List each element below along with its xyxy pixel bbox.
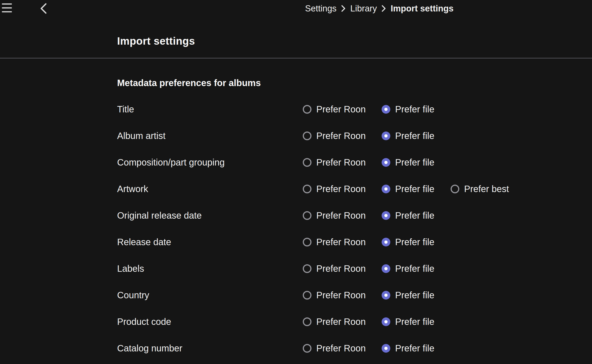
option-label[interactable]: Prefer Roon: [316, 290, 366, 300]
setting-label: Artwork: [117, 184, 148, 194]
setting-label: Title: [117, 104, 134, 114]
setting-row-artwork: ArtworkPrefer RoonPrefer filePrefer best: [0, 176, 592, 202]
section-heading: Metadata preferences for albums: [117, 78, 261, 88]
radio-prefer-roon[interactable]: [303, 317, 312, 326]
chevron-right-icon: [341, 5, 346, 12]
setting-row-product-code: Product codePrefer RoonPrefer file: [0, 308, 592, 335]
option-prefer-roon[interactable]: Prefer Roon: [303, 184, 366, 194]
option-label[interactable]: Prefer Roon: [316, 210, 366, 221]
setting-label: Catalog number: [117, 343, 182, 353]
option-label[interactable]: Prefer file: [395, 104, 434, 114]
radio-prefer-roon[interactable]: [303, 158, 312, 167]
breadcrumb: Settings Library Import settings: [305, 0, 453, 17]
radio-prefer-file-selected[interactable]: [382, 105, 390, 114]
setting-row-original-release-date: Original release datePrefer RoonPrefer f…: [0, 202, 592, 229]
radio-prefer-file-selected[interactable]: [382, 211, 390, 220]
main-menu-button[interactable]: [2, 3, 12, 12]
radio-prefer-file-selected[interactable]: [382, 131, 390, 140]
option-label[interactable]: Prefer Roon: [316, 104, 366, 114]
setting-row-catalog-number: Catalog numberPrefer RoonPrefer file: [0, 335, 592, 362]
radio-prefer-best[interactable]: [451, 184, 459, 193]
option-label[interactable]: Prefer file: [395, 184, 434, 194]
setting-label: Country: [117, 290, 149, 300]
radio-prefer-roon[interactable]: [303, 131, 312, 140]
option-label[interactable]: Prefer Roon: [316, 131, 366, 141]
option-prefer-file[interactable]: Prefer file: [382, 290, 434, 300]
option-label[interactable]: Prefer Roon: [316, 264, 366, 274]
setting-label: Composition/part grouping: [117, 157, 225, 168]
setting-label: Release date: [117, 237, 171, 247]
radio-prefer-roon[interactable]: [303, 344, 312, 352]
breadcrumb-item-library[interactable]: Library: [350, 4, 377, 13]
option-label[interactable]: Prefer Roon: [316, 184, 366, 194]
option-prefer-roon[interactable]: Prefer Roon: [303, 157, 366, 168]
option-label[interactable]: Prefer file: [395, 131, 434, 141]
radio-prefer-file-selected[interactable]: [382, 344, 390, 352]
setting-label: Labels: [117, 264, 144, 274]
radio-prefer-file-selected[interactable]: [382, 291, 390, 299]
option-label[interactable]: Prefer Roon: [316, 343, 366, 353]
option-prefer-file[interactable]: Prefer file: [382, 184, 434, 194]
option-prefer-best[interactable]: Prefer best: [451, 184, 509, 194]
option-prefer-file[interactable]: Prefer file: [382, 157, 434, 168]
radio-prefer-file-selected[interactable]: [382, 317, 390, 326]
setting-label: Original release date: [117, 210, 202, 221]
setting-row-title: TitlePrefer RoonPrefer file: [0, 96, 592, 123]
option-prefer-roon[interactable]: Prefer Roon: [303, 131, 366, 141]
breadcrumb-item-import-settings: Import settings: [391, 4, 453, 13]
setting-row-country: CountryPrefer RoonPrefer file: [0, 282, 592, 308]
option-prefer-roon[interactable]: Prefer Roon: [303, 290, 366, 300]
option-label[interactable]: Prefer file: [395, 290, 434, 300]
radio-prefer-roon[interactable]: [303, 105, 312, 114]
option-label[interactable]: Prefer file: [395, 343, 434, 353]
option-prefer-file[interactable]: Prefer file: [382, 237, 434, 247]
option-prefer-file[interactable]: Prefer file: [382, 131, 434, 141]
option-prefer-file[interactable]: Prefer file: [382, 343, 434, 353]
setting-label: Album artist: [117, 131, 166, 141]
radio-prefer-file-selected[interactable]: [382, 238, 390, 246]
roon-import-settings-screen: Settings Library Import settings Import …: [0, 0, 592, 364]
radio-prefer-roon[interactable]: [303, 238, 312, 246]
chevron-right-icon: [381, 5, 386, 12]
option-label[interactable]: Prefer best: [464, 184, 509, 194]
header-divider: [0, 58, 592, 58]
option-prefer-file[interactable]: Prefer file: [382, 317, 434, 327]
radio-prefer-roon[interactable]: [303, 264, 312, 273]
option-label[interactable]: Prefer file: [395, 237, 434, 247]
radio-prefer-file-selected[interactable]: [382, 158, 390, 167]
page-title: Import settings: [117, 35, 195, 47]
chevron-left-icon: [39, 3, 49, 14]
option-prefer-roon[interactable]: Prefer Roon: [303, 317, 366, 327]
option-label[interactable]: Prefer Roon: [316, 237, 366, 247]
breadcrumb-item-settings[interactable]: Settings: [305, 4, 336, 13]
setting-row-labels: LabelsPrefer RoonPrefer file: [0, 255, 592, 282]
option-prefer-file[interactable]: Prefer file: [382, 264, 434, 274]
setting-row-composition-part-grouping: Composition/part groupingPrefer RoonPref…: [0, 149, 592, 176]
radio-prefer-roon[interactable]: [303, 291, 312, 299]
settings-rows: TitlePrefer RoonPrefer fileAlbum artistP…: [0, 96, 592, 362]
option-prefer-roon[interactable]: Prefer Roon: [303, 237, 366, 247]
option-label[interactable]: Prefer file: [395, 157, 434, 168]
option-prefer-roon[interactable]: Prefer Roon: [303, 104, 366, 114]
hamburger-menu-icon: [2, 3, 12, 5]
option-label[interactable]: Prefer file: [395, 317, 434, 327]
option-label[interactable]: Prefer file: [395, 210, 434, 221]
radio-prefer-roon[interactable]: [303, 184, 312, 193]
option-label[interactable]: Prefer file: [395, 264, 434, 274]
setting-row-release-date: Release datePrefer RoonPrefer file: [0, 229, 592, 255]
option-prefer-roon[interactable]: Prefer Roon: [303, 264, 366, 274]
radio-prefer-file-selected[interactable]: [382, 264, 390, 273]
option-prefer-file[interactable]: Prefer file: [382, 210, 434, 221]
option-prefer-file[interactable]: Prefer file: [382, 104, 434, 114]
radio-prefer-file-selected[interactable]: [382, 184, 390, 193]
option-label[interactable]: Prefer Roon: [316, 157, 366, 168]
option-prefer-roon[interactable]: Prefer Roon: [303, 210, 366, 221]
back-button[interactable]: [39, 3, 49, 14]
setting-row-album-artist: Album artistPrefer RoonPrefer file: [0, 123, 592, 149]
setting-label: Product code: [117, 317, 171, 327]
radio-prefer-roon[interactable]: [303, 211, 312, 220]
option-prefer-roon[interactable]: Prefer Roon: [303, 343, 366, 353]
option-label[interactable]: Prefer Roon: [316, 317, 366, 327]
